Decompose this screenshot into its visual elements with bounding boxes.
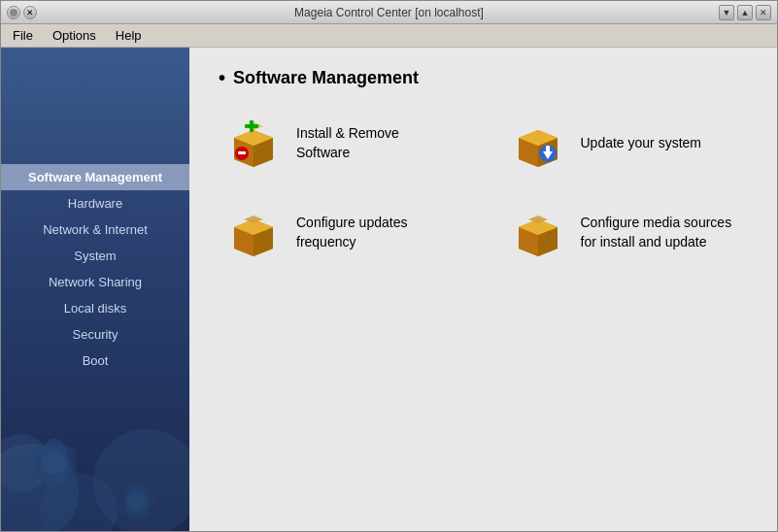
svg-rect-31 xyxy=(546,146,550,153)
options-grid: Install & Remove Software xyxy=(219,109,748,268)
titlebar-left: ✕ xyxy=(7,6,37,19)
window-icon xyxy=(7,6,20,19)
option-configure-updates[interactable]: Configure updates frequency xyxy=(219,198,464,268)
configure-updates-icon xyxy=(226,206,281,260)
svg-rect-21 xyxy=(245,124,258,128)
menu-options[interactable]: Options xyxy=(47,26,102,45)
sidebar-item-hardware[interactable]: Hardware xyxy=(1,190,189,216)
titlebar: ✕ Mageia Control Center [on localhost] ▼… xyxy=(1,1,777,24)
configure-media-label: Configure media sources for install and … xyxy=(581,214,741,251)
sidebar-item-system[interactable]: System xyxy=(1,243,189,269)
configure-media-icon xyxy=(511,206,565,260)
window-buttons: ▼ ▲ ✕ xyxy=(719,5,771,20)
update-system-label: Update your system xyxy=(581,134,702,153)
svg-point-0 xyxy=(10,9,17,17)
window-title: Mageia Control Center [on localhost] xyxy=(294,6,484,19)
window: ✕ Mageia Control Center [on localhost] ▼… xyxy=(0,0,778,532)
main-area: Software Management Hardware Network & I… xyxy=(1,48,777,531)
option-install-remove[interactable]: Install & Remove Software xyxy=(219,109,464,179)
update-system-icon xyxy=(511,116,565,171)
content-area: Software Management xyxy=(189,48,777,531)
sidebar-item-local-disks[interactable]: Local disks xyxy=(1,295,189,321)
sidebar-item-security[interactable]: Security xyxy=(1,321,189,348)
svg-point-9 xyxy=(43,451,66,475)
menubar: File Options Help xyxy=(1,24,777,48)
close-btn[interactable]: ✕ xyxy=(23,6,37,19)
menu-help[interactable]: Help xyxy=(110,26,148,45)
configure-updates-label: Configure updates frequency xyxy=(296,214,457,251)
sidebar-item-network-sharing[interactable]: Network Sharing xyxy=(1,269,189,295)
option-configure-media[interactable]: Configure media sources for install and … xyxy=(503,198,749,268)
option-update-system[interactable]: Update your system xyxy=(503,109,749,179)
window-controls: ✕ xyxy=(7,6,37,19)
sidebar-item-software-management[interactable]: Software Management xyxy=(1,164,189,190)
svg-rect-23 xyxy=(238,151,246,154)
menu-file[interactable]: File xyxy=(7,26,39,45)
close-button[interactable]: ✕ xyxy=(756,5,771,20)
sidebar-nav: Software Management Hardware Network & I… xyxy=(1,164,189,374)
sidebar: Software Management Hardware Network & I… xyxy=(1,48,189,531)
minimize-button[interactable]: ▼ xyxy=(719,5,734,20)
sidebar-item-boot[interactable]: Boot xyxy=(1,348,189,374)
maximize-button[interactable]: ▲ xyxy=(737,5,753,20)
install-remove-icon xyxy=(226,116,281,171)
section-title: Software Management xyxy=(219,67,748,89)
svg-point-13 xyxy=(127,492,147,512)
install-remove-label: Install & Remove Software xyxy=(296,124,457,162)
sidebar-item-network-internet[interactable]: Network & Internet xyxy=(1,216,189,243)
